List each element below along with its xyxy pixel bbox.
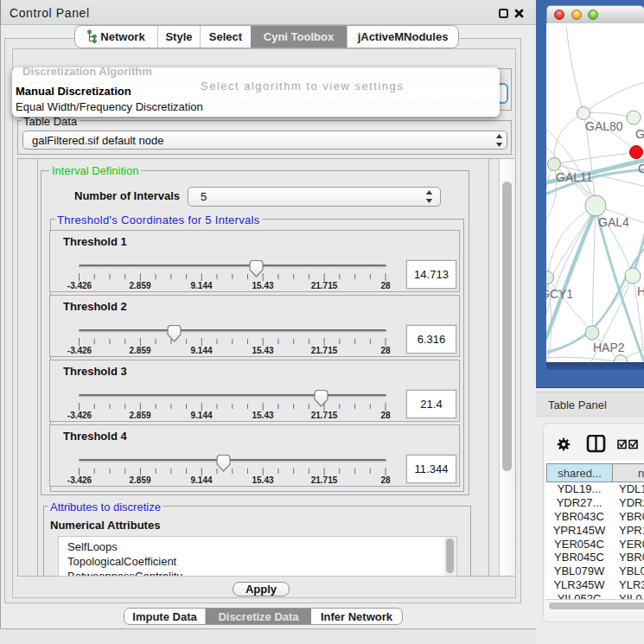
svg-text:GA: GA xyxy=(635,127,644,141)
svg-text:C: C xyxy=(638,162,644,175)
svg-text:HA: HA xyxy=(637,284,644,298)
svg-text:HAP2: HAP2 xyxy=(593,341,625,354)
svg-text:GAL11: GAL11 xyxy=(556,170,593,184)
svg-text:GCY1: GCY1 xyxy=(546,287,573,301)
svg-text:GAL4: GAL4 xyxy=(598,215,629,229)
svg-text:GAL80: GAL80 xyxy=(585,119,623,133)
